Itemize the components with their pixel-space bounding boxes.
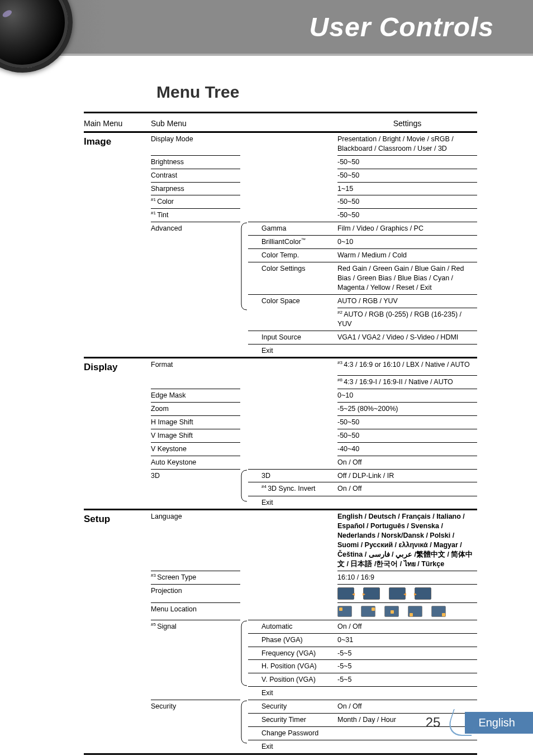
- brace-col: [240, 633, 248, 647]
- cell-submenu: [151, 308, 240, 331]
- cell-settings: 0~10: [337, 235, 477, 248]
- cell-settings: English / Deutsch / Français / Italiano …: [337, 510, 477, 570]
- table-row: Security TimerMonth / Day / Hour: [84, 713, 477, 726]
- brace-col: [240, 647, 248, 660]
- cell-settings: #8 4:3 / 16:9-I / 16:9-II / Native / AUT…: [337, 375, 477, 389]
- brace-col: [240, 195, 248, 208]
- cell-settings: VGA1 / VGA2 / Video / S-Video / HDMI: [337, 331, 477, 344]
- cell-submenu: #5 Signal: [151, 620, 240, 633]
- cell-level3: [248, 375, 337, 389]
- cell-level3: Input Source: [248, 331, 337, 344]
- brace-col: [240, 182, 248, 195]
- cell-level3: Exit: [248, 740, 337, 753]
- table-row: Brightness-50~50: [84, 155, 477, 169]
- cell-submenu: Advanced: [151, 222, 240, 235]
- table-row: Exit: [84, 686, 477, 700]
- cell-submenu: Display Mode: [151, 133, 240, 155]
- cell-level3: [248, 195, 337, 208]
- menu-location-icon: [408, 606, 422, 617]
- brace-col: [240, 294, 248, 308]
- cell-submenu: [151, 713, 240, 726]
- footer: 25 English: [426, 711, 533, 734]
- cell-level3: Security: [248, 700, 337, 713]
- cell-submenu: [151, 673, 240, 686]
- brace-col: [240, 208, 248, 222]
- cell-submenu: #1 Color: [151, 195, 240, 208]
- cell-level3: Exit: [248, 496, 337, 509]
- brace-col: [240, 482, 248, 495]
- menu-location-icon: [361, 606, 375, 617]
- brace-col: [240, 659, 248, 673]
- projection-icon: [389, 587, 406, 600]
- table-row: Exit: [84, 496, 477, 509]
- cell-submenu: [151, 482, 240, 495]
- cell-level3: Frequency (VGA): [248, 647, 337, 660]
- section-name: Image: [84, 133, 151, 150]
- brace-col: [240, 308, 248, 331]
- cell-level3: BrilliantColor™: [248, 235, 337, 248]
- rule: [84, 753, 477, 755]
- table-row: SecuritySecurityOn / Off: [84, 700, 477, 713]
- table-row: H. Position (VGA)-5~5: [84, 659, 477, 673]
- brace-col: [240, 456, 248, 469]
- brace-col: [240, 740, 248, 753]
- table-row: AdvancedGammaFilm / Video / Graphics / P…: [84, 222, 477, 235]
- cell-level3: Color Space: [248, 294, 337, 308]
- section-name: Setup: [84, 510, 151, 527]
- cell-submenu: Projection: [151, 584, 240, 602]
- cell-settings: Presentation / Bright / Movie / sRGB / B…: [337, 133, 477, 155]
- cell-level3: Exit: [248, 686, 337, 700]
- banner-title: User Controls: [310, 12, 494, 42]
- brace-col: [240, 222, 248, 235]
- cell-level3: [248, 584, 337, 602]
- cell-settings: [337, 344, 477, 357]
- table-row: #1 Tint-50~50: [84, 208, 477, 222]
- cell-level3: [248, 402, 337, 415]
- cell-submenu: H Image Shift: [151, 415, 240, 429]
- brace-col: [240, 571, 248, 584]
- table-row: #2 AUTO / RGB (0-255) / RGB (16-235) / Y…: [84, 308, 477, 331]
- brace-col: [240, 602, 248, 620]
- table-row: V. Position (VGA)-5~5: [84, 673, 477, 686]
- brace-col: [240, 133, 248, 155]
- cell-settings: Red Gain / Green Gain / Blue Gain / Red …: [337, 262, 477, 294]
- brace-col: [240, 402, 248, 415]
- cell-settings: -40~40: [337, 442, 477, 456]
- cell-settings: -50~50: [337, 155, 477, 169]
- cell-settings: Off / DLP-Link / IR: [337, 469, 477, 482]
- table-row: Exit: [84, 344, 477, 357]
- table-row: #4 3D Sync. InvertOn / Off: [84, 482, 477, 495]
- table-row: Phase (VGA)0~31: [84, 633, 477, 647]
- cell-submenu: #3 Screen Type: [151, 571, 240, 584]
- hdr-settings: Settings: [337, 119, 477, 128]
- cell-level3: [248, 155, 337, 169]
- cell-settings: AUTO / RGB / YUV: [337, 294, 477, 308]
- table-row: Contrast-50~50: [84, 169, 477, 182]
- brace-col: [240, 442, 248, 456]
- column-headers: Main Menu Sub Menu Settings: [84, 113, 477, 131]
- cell-level3: [248, 602, 337, 620]
- table-row: Color Temp.Warm / Medium / Cold: [84, 248, 477, 262]
- cell-submenu: Edge Mask: [151, 389, 240, 402]
- hdr-sub: Sub Menu: [151, 119, 240, 128]
- cell-level3: [248, 456, 337, 469]
- page-swoosh: [445, 711, 467, 734]
- cell-level3: [248, 358, 337, 375]
- cell-settings: 0~10: [337, 389, 477, 402]
- cell-settings: -50~50: [337, 415, 477, 429]
- cell-settings: [337, 496, 477, 509]
- cell-submenu: Sharpness: [151, 182, 240, 195]
- cell-settings: -50~50: [337, 195, 477, 208]
- cell-settings: #3 4:3 / 16:9 or 16:10 / LBX / Native / …: [337, 358, 477, 375]
- brace-col: [240, 700, 248, 713]
- cell-settings: [337, 602, 477, 620]
- cell-level3: [248, 571, 337, 584]
- brace-col: [240, 713, 248, 726]
- cell-settings: -5~5: [337, 647, 477, 660]
- cell-level3: [248, 415, 337, 429]
- cell-level3: Color Temp.: [248, 248, 337, 262]
- cell-submenu: Contrast: [151, 169, 240, 182]
- section-name: Display: [84, 358, 151, 375]
- cell-submenu: Brightness: [151, 155, 240, 169]
- cell-submenu: [151, 375, 240, 389]
